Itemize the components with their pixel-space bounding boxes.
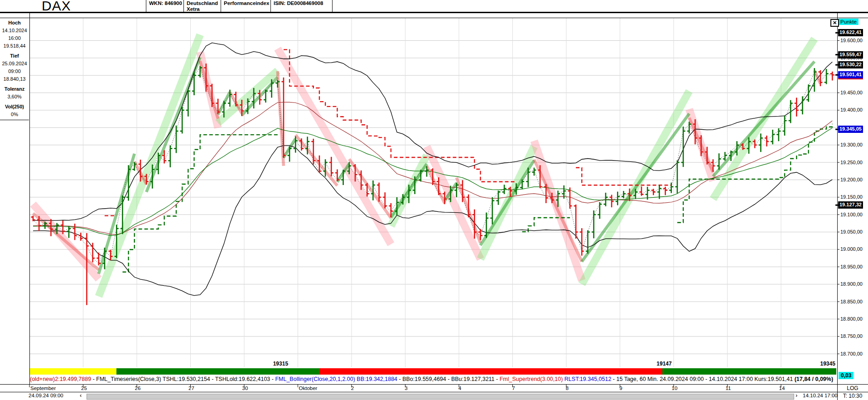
plot-right-border [837, 13, 838, 400]
date-axis-label: 8 [566, 385, 569, 391]
status-segment: - BBo:19.559,4694 - BBu:19.127,3211 - [397, 376, 500, 382]
date-axis-label: 7 [512, 385, 515, 391]
header-cell: ISIN: DE0008469008 [270, 0, 333, 12]
header-bar: DAX WKN: 846900DeutschlandXetraPerforman… [0, 0, 868, 12]
date-axis-label: 25 [81, 385, 87, 391]
price-axis-label: 19.600,00 [840, 38, 863, 43]
price-axis-label: 19.250,00 [840, 160, 863, 165]
header-cell: Performanceindex [221, 0, 270, 12]
supertrend-strip-segment [30, 368, 116, 375]
supertrend-level-label: 19315 [273, 361, 288, 367]
taipan-chart-window: DAX WKN: 846900DeutschlandXetraPerforman… [0, 0, 868, 400]
price-axis-label: 19.450,00 [840, 90, 863, 95]
price-axis-marker: 19.559,47 [838, 51, 863, 59]
supertrend-strip-segment [662, 368, 836, 375]
scroll-row-top-border [0, 392, 868, 392]
price-axis-label: 19.000,00 [840, 246, 863, 252]
price-axis-marker: 19.622,41 [838, 29, 863, 36]
scroll-left-arrow-icon[interactable]: ‹ [80, 392, 82, 399]
sidebar-group-toleranz: Toleranz3,60% [0, 84, 29, 102]
header-cell: DeutschlandXetra [183, 0, 221, 12]
change-badge: 0,03 [839, 372, 854, 379]
status-segment: FML_Bollinger(Close,20,1,2.00) BB:19.342… [275, 376, 397, 382]
plot-top-border [0, 18, 868, 18]
visible-range-end: 14.10.24 17:00 [803, 393, 838, 398]
header-divider [0, 12, 868, 13]
sidebar-group-value: 0% [0, 111, 29, 118]
sidebar-group-label: Tief [0, 52, 29, 60]
price-axis-label: 18.950,00 [840, 264, 863, 269]
chart-canvas[interactable] [0, 0, 868, 400]
sidebar-group-value: 25.09.2024 [0, 60, 29, 68]
time-indicator: T: 10:30 [837, 393, 868, 399]
price-axis-marker: 19.530,22 [838, 61, 863, 68]
date-axis-label: 9 [619, 385, 622, 391]
date-axis-label: 10 [672, 385, 678, 391]
price-axis-marker: 19.127,32 [838, 201, 863, 209]
date-axis-label: 11 [726, 385, 731, 391]
date-axis-label: 27 [188, 385, 194, 391]
sidebar-group-value: 14.10.2024 [0, 27, 29, 34]
status-segment: Fml_Supertrend(3.00,10) [500, 376, 564, 382]
price-axis-label: 19.050,00 [840, 229, 863, 234]
date-axis-label: 2 [351, 385, 354, 391]
status-segment: (old+new)2:19.499,7889 [30, 376, 91, 382]
sidebar-group-label: Vol(250) [0, 103, 29, 111]
date-axis-label: 3 [405, 385, 407, 391]
plot-left-border [29, 13, 30, 385]
indicator-status-bar: (old+new)2:19.499,7889 - FML_Timeseries(… [30, 376, 800, 384]
horizontal-scrollbar[interactable] [87, 394, 794, 400]
price-axis-label: 19.100,00 [840, 212, 863, 217]
sidebar-group-value: 18.840,13 [0, 75, 29, 83]
date-axis-label: 26 [135, 385, 141, 391]
sidebar-group-label: Toleranz [0, 85, 29, 93]
supertrend-level-label: 19147 [656, 361, 671, 367]
status-segment: - 15 Tage, 60 Min. 24.09.2024 09:00 - 14… [611, 376, 794, 382]
date-axis-label: 30 [242, 385, 248, 391]
header-cell: WKN: 846900 [146, 0, 183, 12]
scroll-right-arrow-icon[interactable]: › [796, 392, 797, 399]
sidebar-group-tief: Tief25.09.202409:0018.840,13 [0, 51, 29, 85]
price-axis-label: 19.150,00 [840, 194, 863, 200]
date-axis-top-border [0, 384, 868, 385]
sidebar-group-value: 3,60% [0, 93, 29, 101]
price-axis-marker: 19.501,41 [838, 71, 863, 79]
price-axis-label: 18.900,00 [840, 281, 863, 287]
sidebar-group-value: 16:00 [0, 34, 29, 42]
sidebar-group-value: 19.518,44 [0, 42, 29, 50]
price-axis-label: 18.700,00 [840, 351, 863, 356]
supertrend-level-label: 19345 [820, 361, 835, 367]
sidebar-group-hoch: Hoch14.10.202416:0019.518,44 [0, 18, 29, 52]
date-axis-label: 4 [458, 385, 461, 391]
supertrend-strip-segment [116, 368, 319, 375]
log-scale-toggle[interactable]: LOG [837, 385, 868, 391]
status-segment: - FML_Timeseries(Close,3) TSHL:19.530,21… [91, 376, 275, 382]
sidebar-group-value: 09:00 [0, 68, 29, 75]
axis-unit-button[interactable]: Punkte [839, 19, 858, 25]
price-axis-label: 19.300,00 [840, 142, 863, 147]
price-axis-label: 19.400,00 [840, 107, 863, 112]
date-axis-label: Oktober [299, 385, 318, 391]
date-axis-label: September [30, 385, 56, 391]
status-segment: (17,84 / 0,09%) [795, 376, 833, 382]
supertrend-strip-segment [319, 368, 662, 375]
price-axis-label: 19.200,00 [840, 177, 863, 182]
visible-range-start: 24.09.24 09:00 [29, 393, 63, 398]
price-axis-marker: 19.345,05 [838, 126, 863, 133]
price-axis-label: 18.850,00 [840, 299, 863, 304]
price-axis-label: 18.800,00 [840, 316, 863, 322]
sidebar-group-vol250: Vol(250)0% [0, 102, 29, 120]
sidebar-group-label: Hoch [0, 19, 29, 27]
status-segment: RLST:19.345,0512 [564, 376, 612, 382]
close-icon[interactable]: ✕ [830, 19, 839, 27]
price-axis-label: 18.750,00 [840, 333, 863, 339]
date-axis-label: 14 [779, 385, 785, 391]
